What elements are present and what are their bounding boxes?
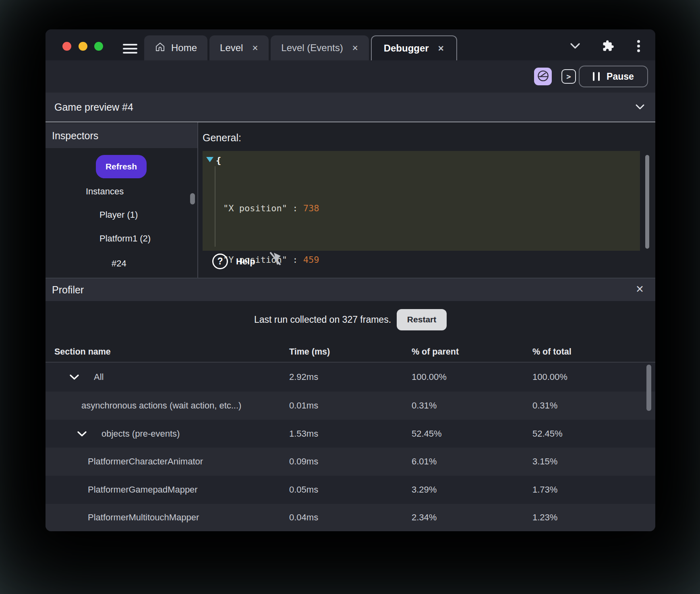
section-name: PlatformerGamepadMapper: [88, 485, 198, 495]
percent-of-parent: 52.45%: [412, 429, 532, 439]
help-button[interactable]: ? Help: [212, 254, 255, 269]
chevron-down-icon[interactable]: [635, 104, 645, 112]
general-panel: General: { "X position" : 738 "Y positio…: [198, 122, 655, 278]
tab-label: Level: [220, 42, 243, 54]
json-line: "X position" : 738: [223, 200, 319, 217]
debugger-toolbar: > Pause: [46, 60, 655, 93]
tree-item-platform1[interactable]: Platform1 (2): [99, 233, 151, 244]
column-header-percent-total: % of total: [532, 347, 655, 357]
titlebar: Home Level ✕ Level (Events) ✕ Debugger ✕: [46, 29, 655, 60]
table-row: PlatformerGamepadMapper 0.05ms 3.29% 1.7…: [46, 476, 655, 504]
tab-debugger[interactable]: Debugger ✕: [371, 35, 457, 60]
table-row: All 2.92ms 100.00% 100.00%: [46, 363, 655, 392]
close-window-button[interactable]: [62, 42, 71, 51]
percent-of-parent: 2.34%: [412, 512, 532, 523]
percent-of-parent: 3.29%: [412, 485, 532, 495]
pause-icon: [593, 72, 600, 81]
tree-item-player[interactable]: Player (1): [99, 210, 138, 220]
zoom-window-button[interactable]: [94, 42, 103, 51]
close-icon[interactable]: ✕: [438, 44, 444, 53]
close-icon[interactable]: ✕: [352, 43, 358, 53]
restart-button[interactable]: Restart: [397, 309, 447, 330]
tab-label: Debugger: [384, 43, 429, 54]
time-value: 0.04ms: [289, 512, 412, 523]
percent-of-parent: 0.31%: [412, 400, 532, 411]
pause-label: Pause: [607, 71, 634, 82]
debugger-content: Inspectors Refresh Instances Player (1) …: [46, 122, 655, 278]
tab-home[interactable]: Home: [144, 35, 207, 60]
tab-bar: Home Level ✕ Level (Events) ✕ Debugger ✕: [144, 35, 457, 60]
tree-item-instance-24[interactable]: #24: [112, 258, 126, 269]
close-icon[interactable]: ✕: [636, 283, 644, 295]
percent-of-total: 1.23%: [532, 512, 655, 523]
chevron-down-icon[interactable]: [77, 431, 87, 437]
game-preview-title: Game preview #4: [54, 101, 133, 113]
pause-button[interactable]: Pause: [579, 66, 648, 87]
time-value: 2.92ms: [289, 372, 412, 382]
inspectors-panel-header: Inspectors: [46, 123, 197, 148]
help-label: Help: [236, 256, 255, 267]
speedometer-icon: [537, 70, 549, 83]
percent-of-total: 100.00%: [532, 372, 655, 382]
section-name: objects (pre-events): [101, 429, 180, 439]
chevron-down-icon[interactable]: [69, 374, 79, 380]
profiler-table-header: Section name Time (ms) % of parent % of …: [46, 342, 655, 363]
table-row: asynchronous actions (wait action, etc..…: [46, 392, 655, 420]
table-row: PlatformerCharacterAnimator 0.09ms 6.01%…: [46, 448, 655, 476]
profiler-body: Last run collected on 327 frames. Restar…: [46, 301, 655, 531]
table-row: PlatformerMultitouchMapper 0.04ms 2.34% …: [46, 504, 655, 531]
section-name: All: [94, 372, 104, 382]
profiler-speedometer-button[interactable]: [534, 68, 552, 85]
extensions-puzzle-icon[interactable]: [602, 40, 614, 54]
time-value: 0.01ms: [289, 400, 412, 411]
percent-of-total: 3.15%: [532, 456, 655, 467]
profiler-header: Profiler ✕: [46, 278, 655, 301]
console-prompt-icon: >: [566, 72, 571, 81]
table-row: objects (pre-events) 1.53ms 52.45% 52.45…: [46, 420, 655, 448]
tab-level[interactable]: Level ✕: [209, 35, 269, 60]
time-value: 0.05ms: [289, 485, 412, 495]
tab-label: Level (Events): [281, 42, 343, 54]
unpin-button[interactable]: [267, 250, 284, 269]
question-circle-icon: ?: [212, 254, 228, 269]
main-menu-button[interactable]: [123, 44, 137, 56]
percent-of-total: 1.73%: [532, 485, 655, 495]
home-icon: [155, 41, 166, 55]
section-name: asynchronous actions (wait action, etc..…: [81, 400, 241, 410]
percent-of-parent: 100.00%: [412, 372, 532, 382]
tab-label: Home: [171, 42, 197, 54]
tree-item-instances[interactable]: Instances: [86, 186, 124, 197]
instance-properties-json: { "X position" : 738 "Y position" : 459 …: [203, 151, 640, 251]
time-value: 1.53ms: [289, 429, 412, 439]
console-button[interactable]: >: [561, 69, 576, 84]
json-scrollbar[interactable]: [645, 155, 649, 249]
section-name: PlatformerMultitouchMapper: [88, 512, 199, 522]
column-header-percent-parent: % of parent: [412, 347, 532, 357]
indent-guide: [215, 166, 215, 247]
profiler-table-scrollbar[interactable]: [646, 365, 651, 411]
app-window: Home Level ✕ Level (Events) ✕ Debugger ✕: [46, 29, 655, 531]
column-header-time: Time (ms): [289, 347, 412, 357]
chevron-down-icon[interactable]: [570, 43, 580, 51]
section-name: PlatformerCharacterAnimator: [88, 456, 203, 466]
general-title: General:: [203, 132, 241, 144]
inspectors-scrollbar[interactable]: [190, 193, 195, 204]
tab-level-events[interactable]: Level (Events) ✕: [271, 35, 369, 60]
overflow-menu-icon[interactable]: [637, 40, 640, 54]
pin-off-icon: [267, 263, 284, 269]
profiler-status-row: Last run collected on 327 frames. Restar…: [46, 309, 655, 330]
inspectors-panel: Inspectors Refresh Instances Player (1) …: [46, 122, 197, 278]
percent-of-total: 52.45%: [532, 429, 655, 439]
minimize-window-button[interactable]: [79, 42, 87, 51]
game-preview-header: Game preview #4: [46, 93, 655, 122]
percent-of-total: 0.31%: [532, 400, 655, 411]
refresh-button[interactable]: Refresh: [96, 155, 147, 178]
profiler-title: Profiler: [52, 284, 84, 296]
json-open-brace: {: [216, 153, 221, 168]
percent-of-parent: 6.01%: [412, 456, 532, 467]
profiler-status-text: Last run collected on 327 frames.: [254, 314, 391, 325]
close-icon[interactable]: ✕: [252, 43, 258, 53]
collapse-triangle-icon[interactable]: [206, 155, 214, 165]
column-header-section-name: Section name: [46, 347, 289, 357]
inspectors-title: Inspectors: [52, 130, 98, 141]
